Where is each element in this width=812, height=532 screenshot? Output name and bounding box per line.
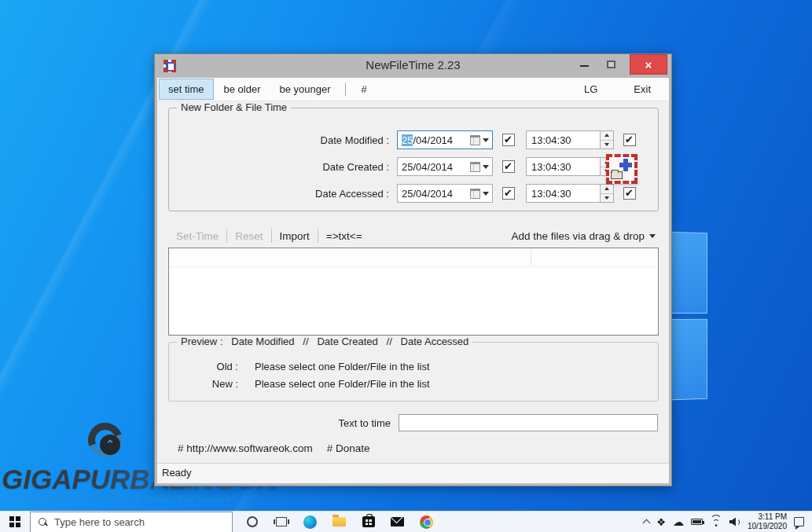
- date-modified-row: Date Modified : 25/04/2014 13:04:30: [169, 130, 658, 150]
- taskbar: ❖ ☁ 3:11 PM 10/19/2020: [0, 511, 812, 532]
- mail-button[interactable]: [383, 512, 412, 532]
- edge-button[interactable]: [296, 512, 325, 532]
- add-files-label: Add the files via drag & drop: [511, 230, 645, 242]
- selected-date-segment: 25: [402, 134, 413, 146]
- set-time-action-icon-button[interactable]: [606, 154, 637, 184]
- preview-group: Preview : Date Modified // Date Created …: [168, 342, 659, 402]
- import-button[interactable]: Import: [272, 230, 318, 242]
- date-created-date-value: 25/04/2014: [402, 161, 470, 173]
- dropdown-arrow-icon: [649, 234, 656, 238]
- date-modified-date-checkbox[interactable]: [502, 134, 515, 146]
- minimize-button[interactable]: [580, 65, 589, 67]
- date-modified-label: Date Modified :: [169, 134, 389, 146]
- new-folder-file-time-group: New Folder & File Time Date Modified : 2…: [168, 108, 659, 211]
- title-bar[interactable]: NewFileTime 2.23 ×: [157, 54, 669, 78]
- date-created-date-input[interactable]: 25/04/2014: [397, 157, 493, 176]
- clock-time: 3:11 PM: [748, 512, 787, 523]
- tab-be-older[interactable]: be older: [215, 79, 270, 99]
- battery-icon[interactable]: [691, 519, 703, 525]
- search-input[interactable]: [54, 516, 232, 528]
- date-created-time-input[interactable]: 13:04:30: [526, 157, 614, 176]
- preview-legend: Preview : Date Modified // Date Created …: [177, 336, 472, 347]
- volume-icon[interactable]: [729, 518, 740, 526]
- maximize-button[interactable]: [607, 61, 615, 68]
- taskbar-icons: [237, 512, 441, 532]
- old-value: Please select one Folder/File in the lis…: [255, 361, 430, 372]
- action-center-icon[interactable]: [794, 517, 804, 526]
- file-list-header[interactable]: [169, 248, 658, 267]
- tab-bar: set time be older be younger # LG Exit: [157, 78, 669, 101]
- time-spinner[interactable]: [600, 131, 613, 149]
- calendar-icon[interactable]: [470, 162, 480, 172]
- date-accessed-date-input[interactable]: 25/04/2014: [397, 184, 493, 203]
- cortana-button[interactable]: [237, 512, 266, 532]
- network-wifi-icon[interactable]: [710, 518, 722, 526]
- taskbar-clock[interactable]: 3:11 PM 10/19/2020: [748, 512, 787, 532]
- date-created-row: Date Created : 25/04/2014 13:04:30: [169, 156, 658, 177]
- menu-exit[interactable]: Exit: [625, 79, 660, 99]
- file-explorer-button[interactable]: [325, 512, 354, 532]
- spinner-up-icon[interactable]: [601, 185, 613, 194]
- calendar-dropdown-arrow-icon[interactable]: [483, 192, 489, 196]
- chrome-button[interactable]: [412, 512, 441, 532]
- onedrive-cloud-icon[interactable]: ☁: [673, 516, 684, 527]
- date-accessed-time-value: 13:04:30: [531, 188, 600, 200]
- add-files-dropdown-button[interactable]: Add the files via drag & drop: [511, 230, 659, 242]
- microsoft-store-icon: [362, 516, 375, 527]
- date-accessed-time-checkbox[interactable]: [623, 187, 636, 200]
- set-time-button[interactable]: Set-Time: [168, 230, 226, 242]
- spinner-down-icon[interactable]: [601, 141, 613, 149]
- tab-hash[interactable]: #: [353, 79, 376, 99]
- action-toolbar: Set-Time Reset Import =>txt<= Add the fi…: [168, 226, 659, 246]
- date-accessed-time-input[interactable]: 13:04:30: [526, 184, 614, 203]
- softwareok-link[interactable]: # http://www.softwareok.com: [178, 442, 313, 454]
- reset-button[interactable]: Reset: [227, 230, 270, 242]
- menu-lg[interactable]: LG: [575, 79, 606, 99]
- taskbar-search[interactable]: [30, 512, 233, 532]
- date-accessed-row: Date Accessed : 25/04/2014 13:04:30: [169, 183, 658, 204]
- date-modified-date-input[interactable]: 25/04/2014: [397, 130, 493, 149]
- microsoft-store-button[interactable]: [354, 512, 383, 532]
- calendar-icon[interactable]: [470, 189, 480, 199]
- date-rest-segment: /04/2014: [413, 134, 453, 146]
- tray-expand-chevron-icon[interactable]: [643, 519, 651, 527]
- date-modified-time-value: 13:04:30: [531, 134, 600, 146]
- date-created-date-checkbox[interactable]: [502, 160, 515, 173]
- task-view-icon: [276, 517, 287, 526]
- edge-icon: [303, 515, 317, 529]
- donate-link[interactable]: # Donate: [327, 442, 370, 454]
- calendar-dropdown-arrow-icon[interactable]: [483, 165, 489, 169]
- status-text: Ready: [162, 467, 192, 479]
- blue-cross-icon: [619, 159, 632, 171]
- text-to-time-row: Text to time: [157, 414, 669, 431]
- text-to-time-input[interactable]: [399, 414, 658, 431]
- watermark-subtitle: Free Download Software & Games Full Vers…: [24, 494, 230, 504]
- file-explorer-icon: [333, 517, 346, 526]
- spinner-down-icon[interactable]: [601, 194, 613, 203]
- date-modified-time-checkbox[interactable]: [623, 134, 636, 146]
- cortana-icon: [247, 516, 258, 527]
- task-view-button[interactable]: [266, 512, 296, 532]
- watermark-arrow-icon: ⌃: [100, 435, 120, 455]
- time-spinner[interactable]: [600, 185, 613, 202]
- newfiletime-window: NewFileTime 2.23 × set time be older be …: [154, 53, 672, 486]
- group-legend: New Folder & File Time: [177, 101, 291, 113]
- date-accessed-date-value: 25/04/2014: [402, 188, 470, 200]
- export-txt-button[interactable]: =>txt<=: [318, 230, 370, 242]
- calendar-dropdown-arrow-icon[interactable]: [483, 138, 489, 142]
- tab-set-time[interactable]: set time: [159, 79, 214, 100]
- calendar-icon[interactable]: [470, 135, 480, 145]
- windows-logo-icon: [9, 516, 20, 527]
- date-modified-time-input[interactable]: 13:04:30: [526, 130, 614, 149]
- close-button[interactable]: ×: [630, 54, 667, 75]
- search-icon: [39, 518, 47, 526]
- links-row: # http://www.softwareok.com # Donate: [178, 442, 370, 454]
- window-title: NewFileTime 2.23: [157, 58, 669, 72]
- spinner-up-icon[interactable]: [601, 131, 613, 141]
- file-list[interactable]: [168, 248, 659, 336]
- date-accessed-date-checkbox[interactable]: [502, 187, 515, 200]
- start-button[interactable]: [0, 512, 30, 532]
- tab-be-younger[interactable]: be younger: [271, 79, 340, 99]
- dropbox-icon[interactable]: ❖: [656, 517, 666, 527]
- desktop-wallpaper: ⌃ GIGAPURBALINGGA Free Download Software…: [0, 0, 812, 532]
